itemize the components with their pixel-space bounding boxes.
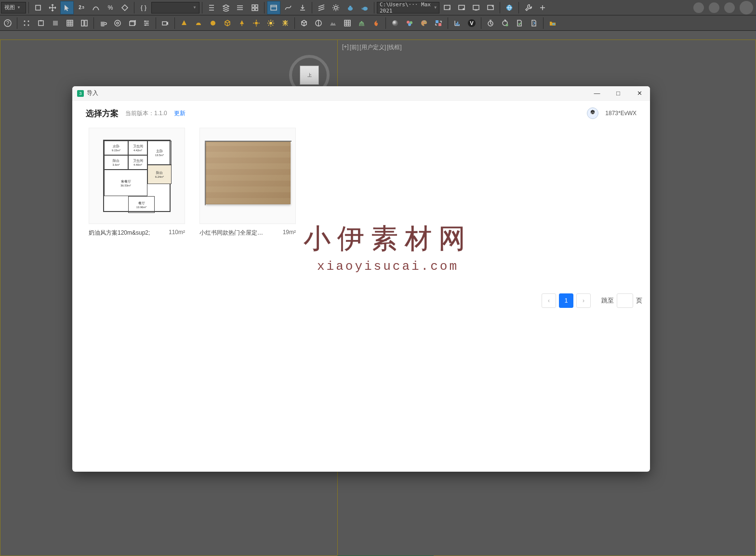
snap-edge-icon[interactable] (34, 16, 48, 30)
svg-rect-6 (252, 8, 254, 11)
braces-icon[interactable]: { } (137, 1, 150, 14)
light-target-icon[interactable] (235, 16, 249, 30)
cube-wire-icon[interactable] (297, 16, 311, 30)
import-dialog: 3 导入 — □ ✕ 选择方案 当前版本：1.1.0 更新 ☺ 1873*EvW… (72, 86, 650, 472)
dialog-titlebar[interactable]: 3 导入 — □ ✕ (72, 86, 650, 101)
crosshatch-icon[interactable] (315, 1, 328, 14)
swap-icon[interactable] (432, 16, 445, 30)
v-logo-icon[interactable]: V (465, 16, 478, 30)
curve-icon[interactable] (89, 1, 103, 14)
light-geo-icon[interactable] (221, 16, 234, 30)
toolbar-row-2: ? V (0, 15, 756, 31)
folder-teapot-icon[interactable] (546, 16, 559, 30)
path-field[interactable]: C:\Users\··· Max 2021 ▼ (377, 2, 439, 13)
donut-icon[interactable] (111, 16, 124, 30)
screen3-icon[interactable] (469, 1, 483, 14)
separator (93, 17, 94, 29)
mug-icon[interactable] (96, 16, 110, 30)
layers-icon[interactable] (219, 1, 233, 14)
avatar-icon[interactable]: ☺ (587, 107, 598, 119)
light-sphere-icon[interactable] (206, 16, 220, 30)
terrain-icon[interactable] (326, 16, 340, 30)
plan-card[interactable]: 次卧9.15m² 卫生间4.42m² 主卧13.5m² 阳台3.6m² 卫生间4… (89, 128, 185, 237)
refresh-gear-icon[interactable] (498, 16, 512, 30)
viewcube-face[interactable]: 上 (300, 66, 319, 85)
move-icon[interactable] (46, 1, 59, 14)
box-icon[interactable] (125, 16, 139, 30)
timer-icon[interactable] (484, 16, 497, 30)
separator (202, 2, 202, 13)
svg-point-42 (407, 21, 410, 24)
vp-label-front[interactable]: [前] (350, 43, 359, 52)
sphere-shaded-icon[interactable] (388, 16, 402, 30)
bubbles-icon[interactable] (403, 16, 416, 30)
separator (134, 2, 134, 13)
separator (481, 17, 481, 29)
light-sun-icon[interactable] (264, 16, 278, 30)
curve-editor-icon[interactable] (281, 1, 295, 14)
snap-vertex-icon[interactable] (20, 16, 33, 30)
svg-point-1 (237, 5, 238, 6)
teapot-icon[interactable] (344, 1, 357, 14)
view-dropdown[interactable]: 视图 ▼ (1, 2, 26, 13)
fire-icon[interactable] (370, 16, 383, 30)
page-suffix: 页 (636, 296, 642, 305)
grass-icon[interactable] (355, 16, 369, 30)
light-dome-icon[interactable] (192, 16, 205, 30)
close-button[interactable]: ✕ (629, 86, 650, 101)
diamond-icon[interactable] (118, 1, 132, 14)
plan-card[interactable]: 小红书同款热门全屋定制案例… 19m² (199, 128, 296, 237)
svg-point-24 (28, 24, 29, 26)
plus-icon[interactable] (536, 1, 549, 14)
camera-icon[interactable] (159, 16, 172, 30)
svg-point-35 (145, 24, 146, 26)
page-next-button[interactable]: › (576, 293, 591, 308)
vp-label-plus[interactable]: [+] (342, 43, 349, 52)
panel-grid-icon[interactable] (341, 16, 354, 30)
page-number-button[interactable]: 1 (559, 293, 573, 308)
doc-check-icon[interactable] (513, 16, 526, 30)
percent-icon[interactable]: % (104, 1, 117, 14)
jump-page-input[interactable] (617, 293, 633, 308)
snap-grid-icon[interactable] (63, 16, 77, 30)
select-arrow-icon[interactable] (60, 1, 74, 14)
teapot2-icon[interactable] (358, 1, 371, 14)
window-mode-icon[interactable] (267, 1, 280, 14)
chart-icon[interactable] (451, 16, 464, 30)
vp-label-userdef[interactable]: [用户定义] (359, 43, 386, 52)
selection-bracket-icon[interactable] (31, 1, 45, 14)
settings-list-icon[interactable] (140, 16, 153, 30)
half-circle-icon[interactable] (312, 16, 325, 30)
light-burst-icon[interactable] (279, 16, 292, 30)
screen1-icon[interactable] (440, 1, 454, 14)
help-icon[interactable]: ? (1, 16, 14, 30)
minimize-button[interactable]: — (586, 86, 608, 101)
svg-rect-28 (81, 20, 84, 26)
snap-face-icon[interactable] (49, 16, 62, 30)
vp-label-wire[interactable]: [线框] (387, 43, 402, 52)
maximize-button[interactable]: □ (608, 86, 629, 101)
update-link[interactable]: 更新 (174, 109, 186, 118)
svg-rect-11 (349, 6, 351, 7)
palette-icon[interactable] (417, 16, 431, 30)
gear-icon[interactable] (329, 1, 343, 14)
search-field[interactable]: ▼ (151, 2, 199, 13)
snap-settings-icon[interactable] (78, 16, 91, 30)
light-omni-icon[interactable] (250, 16, 263, 30)
wrench-icon[interactable] (521, 1, 535, 14)
globe-icon[interactable] (503, 1, 516, 14)
page-prev-button[interactable]: ‹ (542, 293, 556, 308)
doc-arrow-icon[interactable] (527, 16, 541, 30)
scale-25-icon[interactable]: 2.5 (75, 1, 88, 14)
grid-icon[interactable] (248, 1, 262, 14)
light-spot-icon[interactable] (177, 16, 191, 30)
plan-name: 奶油风方案120m&sup2; (89, 229, 150, 237)
viewport-labels[interactable]: [+] [前] [用户定义] [线框] (342, 43, 402, 52)
svg-rect-49 (438, 23, 441, 26)
svg-point-30 (115, 20, 120, 26)
screen4-icon[interactable] (484, 1, 497, 14)
list-icon[interactable] (234, 1, 247, 14)
align-icon[interactable] (205, 1, 218, 14)
screen2-icon[interactable] (455, 1, 468, 14)
download-icon[interactable] (296, 1, 309, 14)
